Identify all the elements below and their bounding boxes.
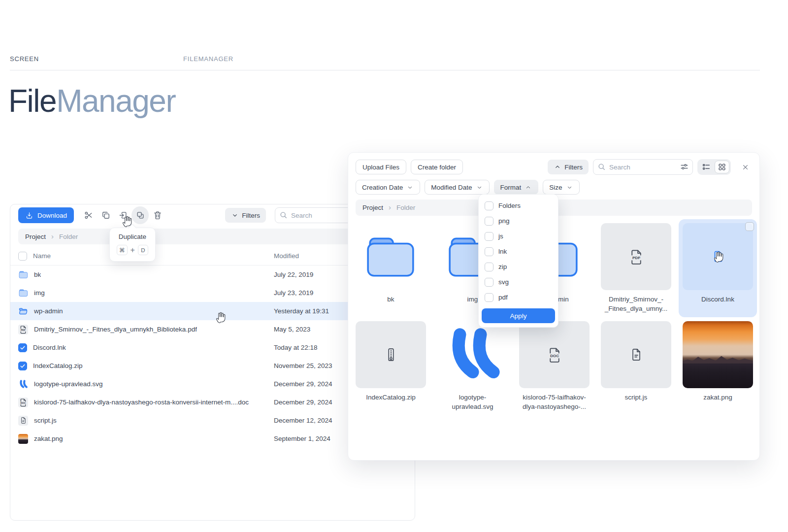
scissors-icon — [84, 210, 94, 220]
copy-icon — [101, 210, 111, 220]
grid-item-logotype[interactable]: logotype-upravlead.svg — [434, 318, 511, 414]
option-pdf[interactable]: pdf — [479, 290, 558, 305]
download-button[interactable]: Download — [18, 207, 74, 223]
search-icon — [279, 211, 288, 219]
format-dropdown: Folders png js lnk zip svg pdf Apply — [478, 194, 558, 328]
row-checkbox-checked[interactable] — [18, 362, 27, 370]
download-icon — [25, 211, 33, 220]
js-file-icon — [18, 416, 28, 426]
top-nav: SCREEN FILEMANAGER — [10, 55, 760, 70]
grid-item-bk[interactable]: bk — [353, 220, 429, 316]
checkbox[interactable] — [485, 247, 493, 256]
svg-text:DOC: DOC — [550, 354, 558, 358]
chip-modified-date[interactable]: Modified Date — [425, 180, 489, 195]
chip-format[interactable]: Format — [494, 180, 539, 195]
svg-text:PDF: PDF — [632, 256, 640, 260]
option-lnk[interactable]: lnk — [479, 244, 558, 259]
checkbox[interactable] — [485, 293, 493, 302]
grid-view-icon — [718, 163, 726, 171]
pdf-file-icon: PDF — [18, 325, 28, 334]
checkbox[interactable] — [485, 217, 493, 226]
grid-view-button[interactable] — [715, 161, 729, 173]
copy-button[interactable] — [97, 206, 114, 224]
svg-text:PDF: PDF — [21, 328, 26, 331]
svg-logo-icon — [18, 379, 28, 389]
breadcrumb-root[interactable]: Project — [25, 233, 46, 240]
filemanager-modal: Upload Files Create folder Filters Creat… — [348, 152, 760, 461]
doc-file-icon: DOC — [18, 398, 28, 407]
folder-icon — [18, 270, 28, 280]
duplicate-icon — [135, 210, 145, 220]
checkbox[interactable] — [485, 263, 493, 271]
modal-search-input[interactable] — [593, 159, 693, 175]
row-checkbox-checked[interactable] — [18, 343, 27, 352]
chevron-up-icon — [554, 163, 561, 171]
option-svg[interactable]: svg — [479, 274, 558, 290]
nav-screen[interactable]: SCREEN — [10, 55, 39, 63]
breadcrumb-current: Folder — [396, 204, 415, 211]
filters-button-expanded[interactable]: Filters — [548, 160, 589, 174]
option-js[interactable]: js — [479, 229, 558, 244]
breadcrumb-current: Folder — [59, 233, 78, 240]
zip-file-icon — [356, 321, 426, 388]
page-title-primary: File — [8, 83, 56, 119]
trash-icon — [153, 210, 163, 220]
d-key: D — [138, 245, 148, 255]
chevron-right-icon: › — [389, 203, 391, 211]
image-thumbnail — [18, 434, 28, 444]
upload-files-button[interactable]: Upload Files — [356, 160, 406, 174]
option-zip[interactable]: zip — [479, 259, 558, 274]
folder-open-icon — [18, 306, 28, 316]
option-png[interactable]: png — [479, 213, 558, 229]
breadcrumb-root[interactable]: Project — [362, 204, 383, 211]
image-thumbnail — [683, 321, 753, 388]
sliders-icon[interactable] — [680, 163, 689, 171]
grid-item-discord-selected[interactable]: Discord.lnk — [679, 219, 757, 317]
lnk-file-icon — [683, 223, 753, 290]
modal-search-box — [593, 159, 693, 175]
chevron-up-icon — [525, 184, 532, 191]
column-modified: Modified — [274, 252, 299, 260]
card-checkbox[interactable] — [745, 222, 754, 231]
create-folder-button[interactable]: Create folder — [411, 160, 463, 174]
plus-sign: + — [131, 246, 135, 255]
list-view-button[interactable] — [699, 161, 714, 173]
column-name: Name — [33, 252, 51, 260]
checkbox[interactable] — [485, 232, 493, 241]
nav-filemanager[interactable]: FILEMANAGER — [183, 55, 233, 63]
checkbox[interactable] — [485, 278, 493, 287]
delete-button[interactable] — [149, 206, 166, 224]
grid-item-pdf[interactable]: PDF Dmitriy_Smirnov_-_Fitnes_dlya_umny..… — [598, 220, 674, 316]
filters-button[interactable]: Filters — [225, 208, 266, 223]
page-title-secondary: Manager — [56, 83, 175, 119]
mountain-silhouette — [683, 354, 753, 364]
cmd-key: ⌘ — [117, 245, 128, 255]
grid-item-indexcatalog[interactable]: IndexCatalog.zip — [353, 318, 429, 414]
select-all-checkbox[interactable] — [18, 252, 27, 261]
svg-text:DOC: DOC — [20, 401, 26, 404]
move-button[interactable] — [114, 206, 131, 224]
folder-icon — [18, 288, 28, 298]
chevron-down-icon — [231, 211, 239, 219]
cut-button[interactable] — [80, 206, 97, 224]
duplicate-tooltip: Duplicate ⌘ + D — [109, 228, 156, 262]
svg-logo-icon — [437, 321, 508, 388]
grid-item-script[interactable]: script.js — [598, 318, 674, 414]
chip-size[interactable]: Size — [543, 180, 579, 195]
checkbox[interactable] — [485, 201, 493, 210]
chevron-down-icon — [476, 184, 483, 191]
tooltip-label: Duplicate — [117, 233, 148, 240]
chip-creation-date[interactable]: Creation Date — [356, 180, 420, 195]
chevron-right-icon: › — [51, 232, 54, 240]
pdf-file-icon: PDF — [601, 223, 671, 290]
page-title: FileManager — [8, 83, 175, 119]
grid-item-kislorod[interactable]: DOC kislorod-75-laifhakov-dlya-nastoyash… — [516, 318, 592, 414]
close-button[interactable] — [738, 160, 752, 174]
option-folders[interactable]: Folders — [479, 198, 558, 213]
duplicate-button[interactable] — [131, 206, 149, 224]
grid-item-zakat[interactable]: zakat.png — [680, 318, 756, 414]
view-toggle — [697, 159, 731, 175]
js-file-icon — [601, 321, 671, 388]
apply-button[interactable]: Apply — [482, 308, 555, 323]
close-icon — [741, 163, 750, 171]
